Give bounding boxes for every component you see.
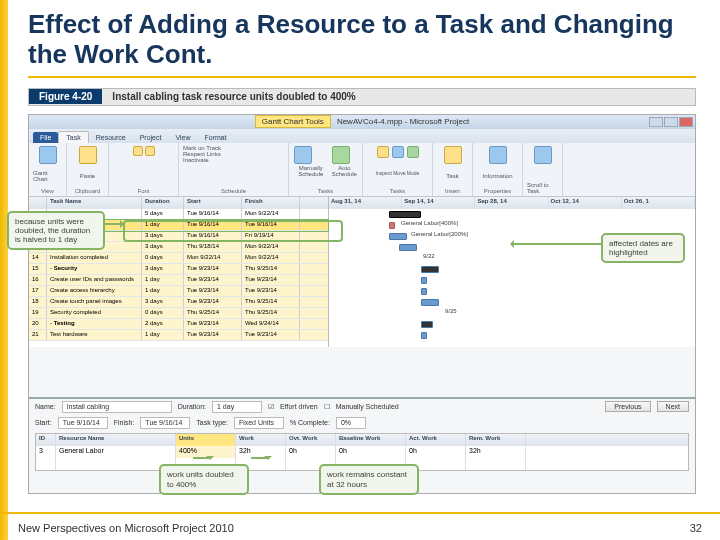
table-row[interactable]: 21Test hardware1 dayTue 9/23/14Tue 9/23/… [29, 330, 328, 341]
ribbon-tabs: File Task Resource Project View Format [29, 129, 695, 143]
highlight-box [123, 220, 343, 242]
next-button[interactable]: Next [657, 401, 689, 412]
tab-view[interactable]: View [168, 132, 197, 143]
page-title: Effect of Adding a Resource to a Task an… [28, 10, 696, 70]
task-bar [399, 244, 417, 251]
summary-bar [421, 321, 433, 328]
tab-format[interactable]: Format [198, 132, 234, 143]
task-bar [421, 288, 427, 295]
form-pct-field[interactable]: 0% [336, 417, 366, 429]
form-start-field[interactable]: Tue 9/16/14 [58, 417, 108, 429]
form-tasktype-field[interactable]: Fixed Units [234, 417, 284, 429]
task-bar [421, 332, 427, 339]
arrow [105, 223, 123, 225]
callout-units: work units doubled to 400% [159, 464, 249, 494]
arrow [511, 243, 601, 245]
summary-bar [421, 266, 439, 273]
prev-button[interactable]: Previous [605, 401, 650, 412]
form-finish-field[interactable]: Tue 9/16/14 [140, 417, 190, 429]
table-row[interactable]: 16Create user IDs and passwords1 dayTue … [29, 275, 328, 286]
page-number: 32 [690, 522, 702, 534]
auto-icon[interactable] [332, 146, 350, 164]
tab-project[interactable]: Project [133, 132, 169, 143]
form-name-label: Name: [35, 403, 56, 410]
gantt-icon[interactable] [39, 146, 57, 164]
table-row[interactable]: 20- Testing2 daysTue 9/23/14Wed 9/24/14 [29, 319, 328, 330]
form-dur-label: Duration: [178, 403, 206, 410]
milestone-label: 9/22 [423, 253, 435, 259]
gantt-label: Gantt Chart [33, 170, 62, 182]
figure-bar: Figure 4-20 Install cabling task resourc… [28, 88, 696, 106]
footer-left: New Perspectives on Microsoft Project 20… [18, 522, 234, 534]
task-bar [389, 222, 395, 229]
screenshot: Gantt Chart Tools NewAVCo4-4.mpp - Micro… [28, 114, 696, 494]
table-row[interactable]: 15- Security3 daysTue 9/23/14Thu 9/25/14 [29, 264, 328, 275]
maximize-button[interactable] [664, 117, 678, 127]
col-dur[interactable]: Duration [142, 197, 184, 209]
task-bar [389, 233, 407, 240]
info-icon[interactable] [489, 146, 507, 164]
form-name-field[interactable]: Install cabling [62, 401, 172, 413]
minimize-button[interactable] [649, 117, 663, 127]
table-row[interactable]: 18Create touch panel images3 daysTue 9/2… [29, 297, 328, 308]
callout-affected: affected dates are highlighted [601, 233, 685, 263]
paste-label: Paste [80, 173, 95, 179]
arrow [193, 457, 211, 459]
window-titlebar: Gantt Chart Tools NewAVCo4-4.mpp - Micro… [29, 115, 695, 129]
tab-resource[interactable]: Resource [89, 132, 133, 143]
bar-label: General Labor[200%] [411, 231, 468, 237]
task-bar [421, 277, 427, 284]
figure-caption: Install cabling task resource units doub… [102, 89, 365, 104]
col-start[interactable]: Start [184, 197, 242, 209]
tab-task[interactable]: Task [58, 131, 88, 143]
title-rule [28, 76, 696, 78]
manual-checkbox[interactable]: Manually Scheduled [336, 403, 399, 410]
close-button[interactable] [679, 117, 693, 127]
file-name: NewAVCo4-4.mpp - Microsoft Project [337, 117, 469, 126]
gantt-chart[interactable]: Aug 31, 14 Sep 14, 14 Sep 28, 14 Oct 12,… [329, 197, 695, 347]
col-fin[interactable]: Finish [242, 197, 300, 209]
work-cell[interactable]: 32h [236, 446, 286, 458]
paste-icon[interactable] [79, 146, 97, 164]
effort-checkbox[interactable]: Effort driven [280, 403, 318, 410]
bar-label: General Labor[400%] [401, 220, 458, 226]
col-name[interactable]: Task Name [47, 197, 142, 209]
table-row[interactable]: 19Security completed0 daysThu 9/25/14Thu… [29, 308, 328, 319]
callout-duration: because units were doubled, the duration… [7, 211, 105, 251]
summary-bar [389, 211, 421, 218]
tab-file[interactable]: File [33, 132, 58, 143]
table-row[interactable]: 17Create access hierarchy1 dayTue 9/23/1… [29, 286, 328, 297]
task-icon[interactable] [444, 146, 462, 164]
form-dur-field[interactable]: 1 day [212, 401, 262, 413]
ribbon: Gantt ChartView PasteClipboard Font Mark… [29, 143, 695, 197]
callout-work: work remains constant at 32 hours [319, 464, 419, 494]
arrow [251, 457, 269, 459]
figure-label: Figure 4-20 [29, 89, 102, 104]
scroll-icon[interactable] [534, 146, 552, 164]
task-bar [421, 299, 439, 306]
milestone-label: 9/25 [445, 308, 457, 314]
table-row[interactable]: 14Installation completed0 daysMon 9/22/1… [29, 253, 328, 264]
manual-icon[interactable] [294, 146, 312, 164]
gantt-tools-label: Gantt Chart Tools [255, 115, 331, 128]
